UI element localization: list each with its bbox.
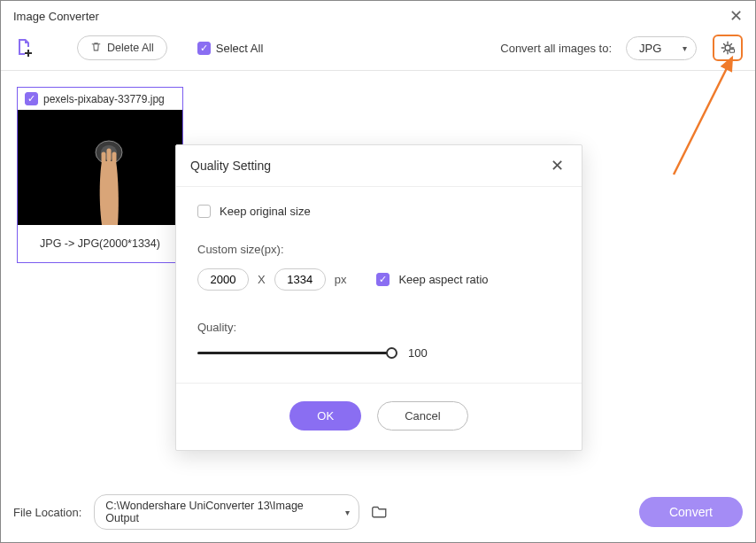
select-all-checkbox[interactable]: Select All: [197, 42, 263, 55]
modal-header: Quality Setting ✕: [176, 145, 582, 187]
quality-label: Quality:: [197, 321, 560, 334]
ok-button[interactable]: OK: [289, 401, 361, 431]
custom-size-label: Custom size(px):: [197, 243, 560, 256]
delete-all-label: Delete All: [107, 42, 154, 54]
quality-slider-wrap: 100: [197, 346, 560, 360]
quality-setting-modal: Quality Setting ✕ Keep original size Cus…: [175, 144, 582, 451]
px-unit: px: [335, 273, 347, 286]
checkbox-icon: [197, 42, 211, 55]
open-folder-button[interactable]: [368, 500, 391, 524]
titlebar: Image Converter ✕: [1, 1, 755, 29]
thumbnail-checkbox[interactable]: [25, 92, 38, 105]
thumbnail-image: [18, 110, 182, 225]
chevron-down-icon: ▾: [345, 508, 350, 517]
format-select[interactable]: JPG ▾: [626, 36, 697, 60]
format-value: JPG: [639, 42, 661, 55]
custom-size-row: X px Keep aspect ratio: [197, 268, 560, 291]
width-input[interactable]: [197, 268, 249, 291]
modal-body: Keep original size Custom size(px): X px…: [176, 187, 582, 365]
quality-value: 100: [408, 346, 428, 360]
chevron-down-icon: ▾: [683, 43, 687, 53]
file-location-select[interactable]: C:\Wondershare UniConverter 13\Image Out…: [94, 494, 359, 530]
convert-format-label: Convert all images to:: [500, 42, 612, 55]
file-location-label: File Location:: [13, 506, 81, 519]
trash-icon: [90, 41, 102, 55]
keep-original-checkbox[interactable]: [197, 205, 211, 218]
cancel-button[interactable]: Cancel: [377, 401, 467, 431]
keep-aspect-checkbox[interactable]: [376, 273, 390, 286]
quality-row: Quality: 100: [197, 321, 560, 360]
slider-thumb-icon[interactable]: [386, 347, 397, 359]
thumbnail-header: pexels-pixabay-33779.jpg: [18, 88, 182, 110]
modal-close-button[interactable]: ✕: [547, 156, 567, 175]
window-title: Image Converter: [13, 10, 99, 23]
modal-title: Quality Setting: [190, 159, 271, 173]
keep-original-label: Keep original size: [220, 205, 311, 218]
add-file-icon[interactable]: [13, 36, 35, 60]
dimension-separator: X: [258, 273, 266, 286]
thumbnail-caption: JPG -> JPG(2000*1334): [18, 225, 182, 262]
modal-footer: OK Cancel: [176, 383, 582, 450]
svg-rect-1: [729, 50, 734, 53]
quality-slider[interactable]: [197, 352, 392, 354]
bottom-bar: File Location: C:\Wondershare UniConvert…: [1, 484, 755, 542]
window-close-button[interactable]: ✕: [724, 4, 748, 27]
file-location-value: C:\Wondershare UniConverter 13\Image Out…: [105, 500, 304, 524]
thumbnail-card[interactable]: pexels-pixabay-33779.jpg JPG -> JPG(2000…: [17, 87, 183, 263]
height-input[interactable]: [274, 268, 326, 291]
keep-original-row[interactable]: Keep original size: [197, 205, 560, 218]
delete-all-button[interactable]: Delete All: [77, 35, 167, 60]
toolbar: Delete All Select All Convert all images…: [1, 29, 755, 71]
thumbnail-filename: pexels-pixabay-33779.jpg: [43, 93, 165, 105]
select-all-label: Select All: [216, 42, 263, 55]
keep-aspect-label: Keep aspect ratio: [398, 273, 488, 286]
convert-button[interactable]: Convert: [639, 497, 743, 527]
quality-settings-button[interactable]: [713, 35, 743, 61]
